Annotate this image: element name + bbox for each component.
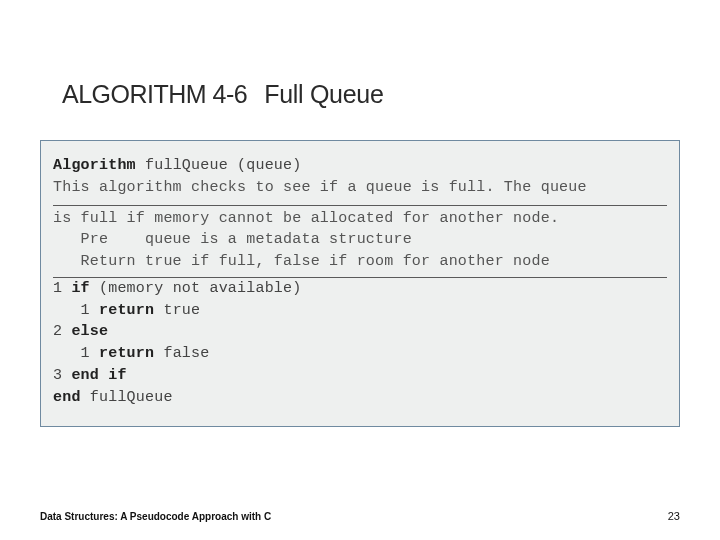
code-line: 1 return true (53, 300, 667, 322)
code-text: true (154, 302, 200, 319)
code-text: (memory not available) (90, 280, 302, 297)
code-line: Pre queue is a metadata structure (53, 229, 667, 251)
code-line: 3 end if (53, 365, 667, 387)
code-text: false (154, 345, 209, 362)
code-line: 1 return false (53, 343, 667, 365)
code-lineno: 1 (53, 302, 99, 319)
code-line: This algorithm checks to see if a queue … (53, 177, 667, 199)
code-line: end fullQueue (53, 387, 667, 409)
algorithm-heading: ALGORITHM 4-6 Full Queue (62, 80, 384, 110)
code-line: 1 if (memory not available) (53, 278, 667, 300)
code-line: Algorithm fullQueue (queue) (53, 155, 667, 177)
code-text: fullQueue (queue) (136, 157, 302, 174)
code-lineno: 3 (53, 367, 71, 384)
footer-page-number: 23 (668, 510, 680, 522)
code-line: 2 else (53, 321, 667, 343)
code-lineno: 2 (53, 323, 71, 340)
code-keyword: end (53, 389, 81, 406)
code-keyword: return (99, 345, 154, 362)
code-lineno: 1 (53, 280, 71, 297)
code-keyword: return (99, 302, 154, 319)
code-line: Return true if full, false if room for a… (53, 251, 667, 273)
heading-title: Full Queue (264, 80, 383, 108)
algorithm-codebox: Algorithm fullQueue (queue) This algorit… (40, 140, 680, 427)
code-line: is full if memory cannot be allocated fo… (53, 208, 667, 230)
slide-container: ALGORITHM 4-6 Full Queue Algorithm fullQ… (0, 0, 720, 540)
footer-book-title: Data Structures: A Pseudocode Approach w… (40, 511, 271, 522)
code-keyword: end if (71, 367, 126, 384)
code-lineno: 1 (53, 345, 99, 362)
code-text: fullQueue (81, 389, 173, 406)
code-keyword: else (71, 323, 108, 340)
code-keyword: if (71, 280, 89, 297)
code-keyword: Algorithm (53, 157, 136, 174)
heading-label: ALGORITHM 4-6 (62, 80, 247, 108)
code-ruleblock: is full if memory cannot be allocated fo… (53, 205, 667, 278)
